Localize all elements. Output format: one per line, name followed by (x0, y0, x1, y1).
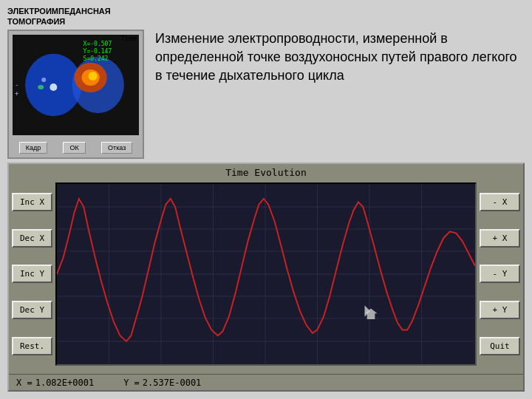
svg-point-6 (50, 83, 57, 91)
cancel-button[interactable]: Отказ (101, 142, 132, 154)
inc-y-button[interactable]: Inc Y (12, 265, 52, 283)
eit-panel: X=-0.507 Y=-0.147 S=0.242 - + Time Кадр … (7, 30, 144, 159)
evolution-title: Time Evolution (9, 164, 523, 180)
svg-point-7 (41, 78, 46, 82)
chart-area (55, 183, 477, 366)
status-bar: X = 1.082E+0001 Y = 2.537E-0001 (9, 374, 523, 390)
svg-point-8 (38, 85, 44, 89)
plus-x-button[interactable]: + X (480, 229, 520, 248)
quit-button[interactable]: Quit (480, 337, 520, 355)
svg-text:+: + (15, 90, 19, 98)
y-label: Y = (123, 378, 140, 388)
svg-point-5 (89, 72, 98, 81)
frame-button[interactable]: Кадр (19, 142, 48, 154)
eit-image: X=-0.507 Y=-0.147 S=0.242 - + (13, 35, 139, 135)
description-text: Изменение электропроводности, измеренной… (155, 30, 525, 86)
eit-buttons: Кадр ОК Отказ (13, 142, 139, 154)
evolution-panel: Time Evolution Inc X Dec X Inc Y Dec Y R… (7, 163, 525, 392)
left-buttons: Inc X Dec X Inc Y Dec Y Rest. (12, 183, 52, 366)
svg-text:S=0.242: S=0.242 (83, 55, 109, 62)
ok-button[interactable]: ОК (63, 142, 85, 154)
inc-x-button[interactable]: Inc X (12, 193, 52, 211)
right-buttons: - X + X - Y + Y Quit (480, 183, 520, 366)
evolution-content: Inc X Dec X Inc Y Dec Y Rest. (9, 180, 523, 369)
svg-text:X=-0.507: X=-0.507 (83, 41, 112, 47)
time-label: Time (120, 35, 137, 42)
rest-button[interactable]: Rest. (12, 337, 52, 355)
dec-x-button[interactable]: Dec X (12, 229, 52, 248)
dec-y-button[interactable]: Dec Y (12, 301, 52, 319)
x-value: 1.082E+0001 (35, 378, 94, 388)
minus-x-button[interactable]: - X (480, 193, 520, 211)
svg-text:-: - (15, 81, 18, 89)
top-section: X=-0.507 Y=-0.147 S=0.242 - + Time Кадр … (0, 7, 532, 170)
plus-y-button[interactable]: + Y (480, 301, 520, 319)
x-label: X = (16, 378, 33, 388)
y-value: 2.537E-0001 (143, 378, 201, 388)
minus-y-button[interactable]: - Y (480, 265, 520, 283)
svg-text:Y=-0.147: Y=-0.147 (83, 48, 112, 55)
